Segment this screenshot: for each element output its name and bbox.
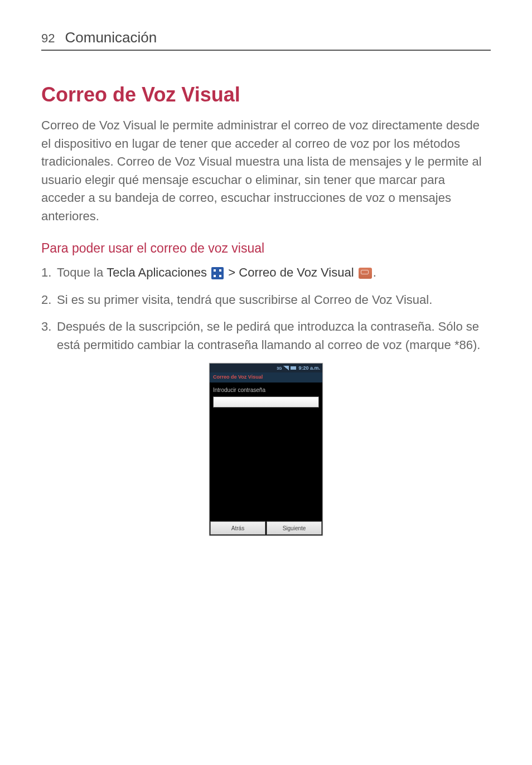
- steps-list: Toque la Tecla Aplicaciones > Correo de …: [41, 264, 491, 354]
- page-header: 92 Comunicación: [41, 29, 491, 51]
- step-1: Toque la Tecla Aplicaciones > Correo de …: [41, 264, 491, 282]
- apps-grid-icon: [211, 267, 224, 279]
- screen-middle: [210, 410, 322, 521]
- step1-suffix: .: [373, 265, 376, 279]
- signal-icon: [283, 366, 289, 370]
- section-name: Comunicación: [65, 29, 157, 46]
- voicemail-icon: [359, 268, 372, 279]
- back-button[interactable]: Atrás: [210, 521, 265, 535]
- page-number: 92: [41, 31, 55, 46]
- status-icons: 3G: [277, 366, 296, 370]
- step-3: Después de la suscripción, se le pedirá …: [41, 318, 491, 354]
- sub-heading: Para poder usar el correo de voz visual: [41, 241, 491, 256]
- next-button[interactable]: Siguiente: [267, 521, 322, 535]
- battery-icon: [291, 366, 296, 370]
- phone-screenshot: 3G 9:20 a.m. Correo de Voz Visual Introd…: [209, 363, 323, 536]
- step1-vvm: Correo de Voz Visual: [239, 265, 354, 279]
- step-2: Si es su primer visita, tendrá que suscr…: [41, 291, 491, 309]
- step1-prefix: Toque la: [57, 265, 107, 279]
- status-time: 9:20 a.m.: [298, 365, 320, 371]
- button-row: Atrás Siguiente: [210, 521, 322, 535]
- prompt-label: Introducir contraseña: [213, 387, 319, 393]
- prompt-area: Introducir contraseña: [210, 382, 322, 410]
- password-input[interactable]: [213, 396, 319, 408]
- main-title: Correo de Voz Visual: [41, 83, 491, 106]
- app-title-bar: Correo de Voz Visual: [210, 372, 322, 382]
- intro-paragraph: Correo de Voz Visual le permite administ…: [41, 117, 491, 225]
- step1-apps-key: Tecla Aplicaciones: [107, 265, 207, 279]
- screenshot-container: 3G 9:20 a.m. Correo de Voz Visual Introd…: [41, 363, 491, 536]
- status-bar: 3G 9:20 a.m.: [210, 364, 322, 372]
- network-3g-icon: 3G: [277, 366, 282, 370]
- step1-sep: >: [225, 265, 239, 279]
